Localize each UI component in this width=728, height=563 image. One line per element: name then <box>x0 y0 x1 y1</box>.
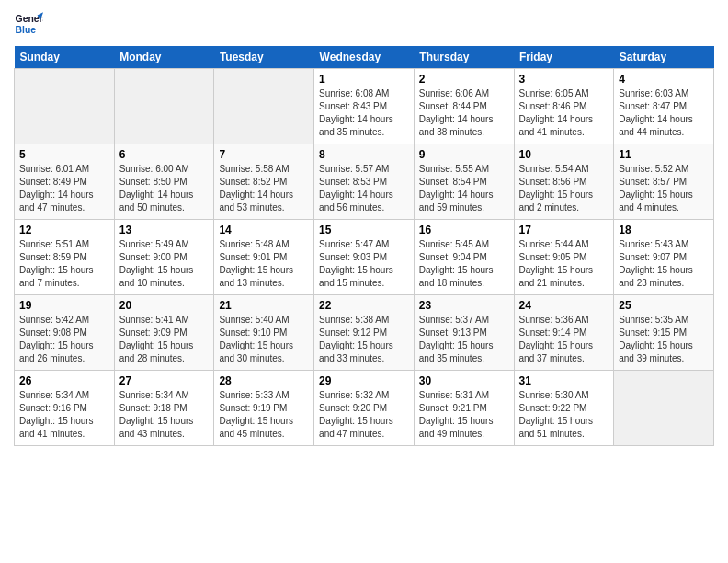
day-number: 27 <box>119 374 210 387</box>
calendar-cell: 22Sunrise: 5:38 AM Sunset: 9:12 PM Dayli… <box>314 295 415 371</box>
calendar-cell: 7Sunrise: 5:58 AM Sunset: 8:52 PM Daylig… <box>214 144 314 220</box>
calendar-cell: 15Sunrise: 5:47 AM Sunset: 9:03 PM Dayli… <box>314 220 415 295</box>
day-number: 2 <box>419 73 509 86</box>
page-container: General Blue SundayMondayTuesdayWednesda… <box>0 0 728 455</box>
calendar-table: SundayMondayTuesdayWednesdayThursdayFrid… <box>14 46 714 446</box>
calendar-week-row: 1Sunrise: 6:08 AM Sunset: 8:43 PM Daylig… <box>15 69 714 144</box>
calendar-week-row: 26Sunrise: 5:34 AM Sunset: 9:16 PM Dayli… <box>15 371 714 446</box>
day-info: Sunrise: 5:32 AM Sunset: 9:20 PM Dayligh… <box>319 389 409 441</box>
day-info: Sunrise: 5:37 AM Sunset: 9:13 PM Dayligh… <box>419 314 509 365</box>
day-info: Sunrise: 5:43 AM Sunset: 9:07 PM Dayligh… <box>619 238 709 290</box>
calendar-cell: 31Sunrise: 5:30 AM Sunset: 9:22 PM Dayli… <box>514 371 614 446</box>
day-number: 24 <box>519 299 609 312</box>
day-info: Sunrise: 5:52 AM Sunset: 8:57 PM Dayligh… <box>619 163 709 214</box>
calendar-cell: 9Sunrise: 5:55 AM Sunset: 8:54 PM Daylig… <box>414 144 514 220</box>
day-number: 11 <box>619 148 709 161</box>
day-info: Sunrise: 6:03 AM Sunset: 8:47 PM Dayligh… <box>619 87 709 139</box>
calendar-cell: 14Sunrise: 5:48 AM Sunset: 9:01 PM Dayli… <box>214 220 314 295</box>
calendar-cell: 21Sunrise: 5:40 AM Sunset: 9:10 PM Dayli… <box>214 295 314 371</box>
day-info: Sunrise: 5:38 AM Sunset: 9:12 PM Dayligh… <box>319 314 409 365</box>
calendar-cell: 5Sunrise: 6:01 AM Sunset: 8:49 PM Daylig… <box>15 144 115 220</box>
day-info: Sunrise: 5:55 AM Sunset: 8:54 PM Dayligh… <box>419 163 509 214</box>
day-header-friday: Friday <box>514 46 614 69</box>
calendar-cell: 20Sunrise: 5:41 AM Sunset: 9:09 PM Dayli… <box>114 295 214 371</box>
day-info: Sunrise: 5:33 AM Sunset: 9:19 PM Dayligh… <box>219 389 309 441</box>
calendar-header-row: SundayMondayTuesdayWednesdayThursdayFrid… <box>15 46 714 69</box>
day-info: Sunrise: 5:48 AM Sunset: 9:01 PM Dayligh… <box>219 238 309 290</box>
day-number: 7 <box>219 148 309 161</box>
calendar-cell: 4Sunrise: 6:03 AM Sunset: 8:47 PM Daylig… <box>614 69 714 144</box>
calendar-cell: 13Sunrise: 5:49 AM Sunset: 9:00 PM Dayli… <box>114 220 214 295</box>
day-number: 30 <box>419 374 509 387</box>
day-info: Sunrise: 6:05 AM Sunset: 8:46 PM Dayligh… <box>519 87 609 139</box>
day-info: Sunrise: 5:35 AM Sunset: 9:15 PM Dayligh… <box>619 314 709 365</box>
day-number: 13 <box>119 224 210 236</box>
day-number: 1 <box>319 73 409 86</box>
day-number: 16 <box>419 224 509 236</box>
day-info: Sunrise: 5:34 AM Sunset: 9:18 PM Dayligh… <box>119 389 210 441</box>
calendar-cell: 29Sunrise: 5:32 AM Sunset: 9:20 PM Dayli… <box>314 371 415 446</box>
day-info: Sunrise: 5:51 AM Sunset: 8:59 PM Dayligh… <box>19 238 109 290</box>
day-info: Sunrise: 5:44 AM Sunset: 9:05 PM Dayligh… <box>519 238 609 290</box>
day-header-thursday: Thursday <box>414 46 514 69</box>
day-info: Sunrise: 5:34 AM Sunset: 9:16 PM Dayligh… <box>19 389 109 441</box>
day-info: Sunrise: 5:31 AM Sunset: 9:21 PM Dayligh… <box>419 389 509 441</box>
day-header-tuesday: Tuesday <box>214 46 314 69</box>
day-number: 15 <box>319 224 409 236</box>
day-number: 20 <box>119 299 210 312</box>
svg-text:Blue: Blue <box>16 25 37 35</box>
day-number: 21 <box>219 299 309 312</box>
day-number: 5 <box>19 148 109 161</box>
day-number: 25 <box>619 299 709 312</box>
day-info: Sunrise: 5:57 AM Sunset: 8:53 PM Dayligh… <box>319 163 409 214</box>
day-info: Sunrise: 6:08 AM Sunset: 8:43 PM Dayligh… <box>319 87 409 139</box>
day-number: 23 <box>419 299 509 312</box>
day-number: 26 <box>19 374 109 387</box>
day-number: 31 <box>519 374 609 387</box>
day-info: Sunrise: 5:30 AM Sunset: 9:22 PM Dayligh… <box>519 389 609 441</box>
calendar-cell <box>214 69 314 144</box>
day-number: 28 <box>219 374 309 387</box>
calendar-week-row: 5Sunrise: 6:01 AM Sunset: 8:49 PM Daylig… <box>15 144 714 220</box>
calendar-cell: 12Sunrise: 5:51 AM Sunset: 8:59 PM Dayli… <box>15 220 115 295</box>
day-info: Sunrise: 5:58 AM Sunset: 8:52 PM Dayligh… <box>219 163 309 214</box>
day-number: 17 <box>519 224 609 236</box>
day-header-monday: Monday <box>114 46 214 69</box>
calendar-cell: 1Sunrise: 6:08 AM Sunset: 8:43 PM Daylig… <box>314 69 415 144</box>
logo-icon: General Blue <box>14 9 43 39</box>
calendar-cell: 8Sunrise: 5:57 AM Sunset: 8:53 PM Daylig… <box>314 144 415 220</box>
calendar-cell <box>114 69 214 144</box>
calendar-cell: 25Sunrise: 5:35 AM Sunset: 9:15 PM Dayli… <box>614 295 714 371</box>
calendar-cell <box>15 69 115 144</box>
day-number: 9 <box>419 148 509 161</box>
day-info: Sunrise: 5:40 AM Sunset: 9:10 PM Dayligh… <box>219 314 309 365</box>
day-header-saturday: Saturday <box>614 46 714 69</box>
calendar-cell: 11Sunrise: 5:52 AM Sunset: 8:57 PM Dayli… <box>614 144 714 220</box>
calendar-cell: 3Sunrise: 6:05 AM Sunset: 8:46 PM Daylig… <box>514 69 614 144</box>
day-info: Sunrise: 5:41 AM Sunset: 9:09 PM Dayligh… <box>119 314 210 365</box>
calendar-cell: 24Sunrise: 5:36 AM Sunset: 9:14 PM Dayli… <box>514 295 614 371</box>
calendar-cell: 6Sunrise: 6:00 AM Sunset: 8:50 PM Daylig… <box>114 144 214 220</box>
day-number: 29 <box>319 374 409 387</box>
calendar-cell: 23Sunrise: 5:37 AM Sunset: 9:13 PM Dayli… <box>414 295 514 371</box>
logo: General Blue <box>14 9 47 39</box>
calendar-week-row: 12Sunrise: 5:51 AM Sunset: 8:59 PM Dayli… <box>15 220 714 295</box>
day-info: Sunrise: 5:42 AM Sunset: 9:08 PM Dayligh… <box>19 314 109 365</box>
day-number: 12 <box>19 224 109 236</box>
calendar-cell: 30Sunrise: 5:31 AM Sunset: 9:21 PM Dayli… <box>414 371 514 446</box>
day-info: Sunrise: 5:47 AM Sunset: 9:03 PM Dayligh… <box>319 238 409 290</box>
day-info: Sunrise: 6:06 AM Sunset: 8:44 PM Dayligh… <box>419 87 509 139</box>
header: General Blue <box>14 9 714 39</box>
day-number: 18 <box>619 224 709 236</box>
day-info: Sunrise: 5:45 AM Sunset: 9:04 PM Dayligh… <box>419 238 509 290</box>
day-number: 14 <box>219 224 309 236</box>
day-info: Sunrise: 5:36 AM Sunset: 9:14 PM Dayligh… <box>519 314 609 365</box>
day-info: Sunrise: 5:49 AM Sunset: 9:00 PM Dayligh… <box>119 238 210 290</box>
calendar-cell: 2Sunrise: 6:06 AM Sunset: 8:44 PM Daylig… <box>414 69 514 144</box>
calendar-cell: 27Sunrise: 5:34 AM Sunset: 9:18 PM Dayli… <box>114 371 214 446</box>
day-info: Sunrise: 6:01 AM Sunset: 8:49 PM Dayligh… <box>19 163 109 214</box>
calendar-week-row: 19Sunrise: 5:42 AM Sunset: 9:08 PM Dayli… <box>15 295 714 371</box>
calendar-cell: 18Sunrise: 5:43 AM Sunset: 9:07 PM Dayli… <box>614 220 714 295</box>
day-number: 6 <box>119 148 210 161</box>
day-header-wednesday: Wednesday <box>314 46 415 69</box>
